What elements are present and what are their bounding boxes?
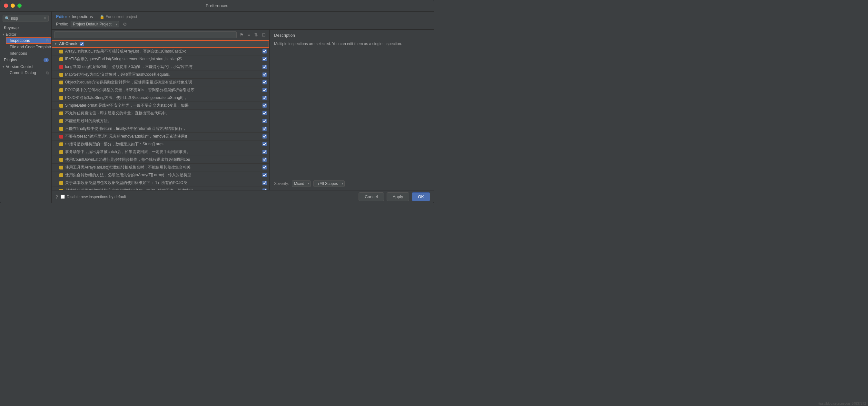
profile-label: Profile: (56, 22, 68, 26)
inspection-checkbox[interactable] (262, 119, 267, 123)
inspection-row[interactable]: 使用集合转数组的方法，必须使用集合的toArray(T[] array)，传入的… (52, 171, 269, 179)
intentions-label: Intentions (10, 51, 27, 56)
group-checkbox[interactable] (80, 42, 84, 46)
inspection-checkbox[interactable] (262, 49, 267, 54)
inspection-row[interactable]: iBATIS自带的queryForList(String statementNa… (52, 56, 269, 63)
filter-icon[interactable]: ⚑ (239, 32, 245, 38)
inspection-checkbox[interactable] (262, 103, 267, 108)
for-project-label: 🔒 For current project (100, 14, 137, 19)
inspection-text: 不允许任何魔法值（即未经定义的常量）直接出现在代码中。 (65, 110, 260, 116)
scope-select[interactable]: In All Scopes (313, 180, 345, 187)
inspection-checkbox[interactable] (262, 158, 267, 162)
footer-buttons: Cancel Apply OK (359, 192, 430, 201)
sidebar-item-file-templates[interactable]: File and Code Templates ⎘ (6, 44, 51, 50)
disable-checkbox-row: Disable new inspections by default (61, 195, 126, 199)
sidebar-item-intentions[interactable]: Intentions (6, 50, 51, 57)
inspection-checkbox[interactable] (262, 88, 267, 92)
inspection-checkbox[interactable] (262, 165, 267, 169)
inspection-checkbox[interactable] (262, 173, 267, 177)
keymap-label: Keymap (4, 26, 19, 30)
inspection-row[interactable]: 不能使用过时的类或方法。 (52, 117, 269, 125)
inspection-row[interactable]: 创建线程或线程池时请指定有意义的线程名称，方便出错时回溯。创建线程 (52, 187, 269, 190)
inspection-row[interactable]: 使用工具类Arrays.asList()把数组转换成集合时，不能使用其修改集合相… (52, 164, 269, 171)
cancel-button[interactable]: Cancel (359, 192, 384, 201)
vcs-triangle: ▼ (2, 65, 5, 68)
sidebar-item-commit-dialog[interactable]: Commit Dialog ⎘ (6, 70, 51, 76)
inspection-row[interactable]: POJO类必须写toString方法。使用工具类source> generate… (52, 94, 269, 102)
breadcrumb-editor[interactable]: Editor (56, 14, 67, 19)
minimize-button[interactable] (11, 4, 15, 8)
titlebar: Preferences (0, 0, 434, 11)
severity-dot (59, 73, 63, 77)
inspection-checkbox[interactable] (262, 134, 267, 139)
inspection-checkbox[interactable] (262, 142, 267, 146)
sort-icon[interactable]: ≡ (247, 32, 251, 38)
profile-select[interactable]: Project Default Project (71, 21, 119, 27)
inspection-row[interactable]: ArrayList的subList结果不可强转成ArrayList，否则会抛出C… (52, 48, 269, 56)
inspection-text: ArrayList的subList结果不可强转成ArrayList，否则会抛出C… (65, 49, 260, 54)
inspection-row[interactable]: long或者Long初始赋值时，必须使用大写的L，不能是小写的l，小写容易与 (52, 63, 269, 71)
window-controls (4, 4, 22, 8)
ok-button[interactable]: OK (412, 192, 430, 201)
inspection-text: 创建线程或线程池时请指定有意义的线程名称，方便出错时回溯。创建线程 (65, 188, 260, 190)
inspection-checkbox[interactable] (262, 111, 267, 115)
inspection-row[interactable]: 使用CountDownLatch进行异步转同步操作，每个线程退出前必须调用cou (52, 156, 269, 164)
help-icon[interactable]: ? (56, 194, 58, 199)
inspection-row[interactable]: 中括号是数组类型的一部分，数组定义如下：String[] args (52, 140, 269, 148)
search-input[interactable] (11, 16, 42, 21)
inspection-group-ali-check[interactable]: ▼ Ali-Check (52, 40, 269, 48)
sidebar-group-vcs[interactable]: ▼ Version Control (0, 63, 51, 70)
severity-dot (59, 88, 63, 92)
severity-dot (59, 173, 63, 177)
search-icon: 🔍 (5, 16, 10, 21)
inspection-checkbox[interactable] (262, 127, 267, 131)
inspection-row[interactable]: SimpleDateFormat 是线程不安全的类，一般不要定义为static变… (52, 102, 269, 109)
inspection-checkbox[interactable] (262, 181, 267, 185)
inspection-checkbox[interactable] (262, 57, 267, 61)
severity-dot (59, 111, 63, 115)
inspection-checkbox[interactable] (262, 72, 267, 77)
severity-dot (59, 150, 63, 154)
description-title: Description (274, 33, 430, 38)
sidebar-group-editor[interactable]: ▼ Editor (0, 31, 51, 37)
inspection-row[interactable]: 事务场景中，抛出异常被catch后，如果需要回滚，一定要手动回滚事务。 (52, 148, 269, 156)
inspection-row[interactable]: 不能在finally块中使用return，finally块中的return返回后… (52, 125, 269, 133)
inspection-search-input[interactable] (54, 31, 237, 38)
search-box[interactable]: 🔍 ✕ (3, 15, 49, 22)
severity-select-wrap[interactable]: Mixed (292, 180, 311, 187)
disable-new-inspections-checkbox[interactable] (61, 195, 65, 199)
inspection-text: long或者Long初始赋值时，必须使用大写的L，不能是小写的l，小写容易与 (65, 64, 260, 70)
inspection-row[interactable]: 不要在foreach循环里进行元素的remove/add操作，remove元素请… (52, 133, 269, 140)
inspection-list: ▼ Ali-Check ArrayList的subList结果不可强转成Arra… (52, 40, 269, 190)
inspection-checkbox[interactable] (262, 80, 267, 84)
severity-row: Severity: Mixed In All Scopes (274, 178, 430, 187)
clear-icon[interactable]: ✕ (43, 16, 46, 21)
severity-select[interactable]: Mixed (292, 180, 311, 187)
collapse-icon[interactable]: ⊟ (261, 32, 267, 38)
close-button[interactable] (4, 4, 8, 8)
maximize-button[interactable] (18, 4, 22, 8)
inspection-row[interactable]: POJO类中的任何布尔类型的变量，都不要加is，否则部分框架解析会引起序 (52, 87, 269, 94)
main-content: 🔍 ✕ Keymap ▼ Editor Inspections ⎘ (0, 11, 434, 203)
apply-button[interactable]: Apply (386, 192, 409, 201)
sidebar-item-inspections[interactable]: Inspections ⎘ (6, 37, 51, 44)
expand-icon[interactable]: ⇅ (253, 32, 259, 38)
gear-icon[interactable]: ⚙ (123, 22, 127, 27)
inspection-row[interactable]: Object的equals方法容易抛空指针异常，应使用常量或确定有值的对象来调 (52, 79, 269, 87)
scope-select-wrap[interactable]: In All Scopes (313, 180, 345, 187)
sidebar-item-keymap[interactable]: Keymap (0, 25, 51, 31)
sidebar-item-plugins[interactable]: Plugins 1 (0, 57, 51, 63)
inspection-checkbox[interactable] (262, 150, 267, 154)
profile-select-wrap[interactable]: Project Default Project (71, 21, 119, 27)
description-text: Multiple inspections are selected. You c… (274, 41, 430, 47)
inspection-checkbox[interactable] (262, 96, 267, 100)
inspection-checkbox[interactable] (262, 65, 267, 69)
inspection-text: 不能使用过时的类或方法。 (65, 118, 260, 124)
inspection-row[interactable]: 不允许任何魔法值（即未经定义的常量）直接出现在代码中。 (52, 109, 269, 117)
plugins-label: Plugins (4, 58, 17, 62)
inspection-text: POJO类必须写toString方法。使用工具类source> generate… (65, 95, 260, 101)
inspection-rows-container: ArrayList的subList结果不可强转成ArrayList，否则会抛出C… (52, 48, 269, 190)
inspection-row[interactable]: Map/Set的key为自定义对象时，必须重写hashCode和equals。 (52, 71, 269, 79)
version-control-label: Version Control (6, 64, 33, 69)
inspection-row[interactable]: 关于基本数据类型与包装数据类型的使用标准如下： 1）所有的POJO类 (52, 179, 269, 187)
